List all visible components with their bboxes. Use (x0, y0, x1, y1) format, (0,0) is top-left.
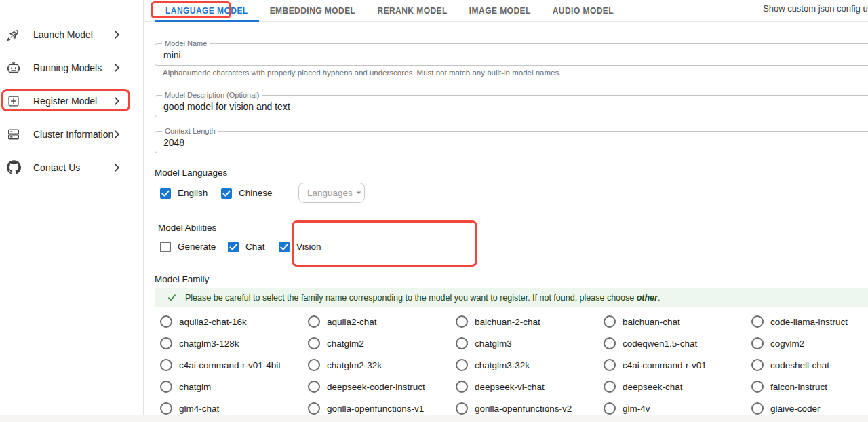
radio-button[interactable] (160, 359, 172, 371)
radio-option[interactable]: baichuan-2-chat (450, 311, 598, 332)
chevron-right-icon (110, 128, 123, 141)
sidebar-item-label: Launch Model (33, 29, 93, 40)
checkbox-checked[interactable] (228, 242, 239, 252)
radio-button[interactable] (751, 315, 764, 328)
checkbox-option[interactable]: Vision (279, 242, 321, 252)
radio-label: deepseek-chat (623, 382, 683, 392)
model-description-input[interactable]: Model Description (Optional) good model … (155, 95, 868, 117)
radio-option[interactable]: c4ai-command-r-v01-4bit (155, 354, 302, 376)
sidebar-item-register-model[interactable]: Register Model (0, 84, 143, 117)
radio-label: codeqwen1.5-chat (623, 339, 697, 349)
checkbox-option[interactable]: Chat (228, 242, 279, 252)
tab-image-model[interactable]: IMAGE MODEL (458, 0, 542, 21)
sidebar-item-cluster-information[interactable]: Cluster Information (0, 117, 143, 151)
show-json-config-label[interactable]: Show custom json config used b (763, 3, 868, 14)
radio-option[interactable]: aquila2-chat-16k (155, 311, 302, 332)
radio-option[interactable]: chatglm (155, 376, 302, 398)
radio-option[interactable]: cogvlm2 (746, 332, 868, 354)
tab-language-model[interactable]: LANGUAGE MODEL (155, 0, 259, 21)
radio-button[interactable] (456, 402, 468, 415)
radio-button[interactable] (456, 359, 468, 371)
sidebar-item-label: Cluster Information (33, 129, 113, 140)
radio-button[interactable] (308, 315, 320, 328)
radio-button[interactable] (604, 315, 616, 328)
radio-label: deepseek-vl-chat (475, 382, 545, 392)
check-icon (167, 292, 177, 303)
checkbox-label: Vision (296, 242, 321, 252)
sidebar-item-contact-us[interactable]: Contact Us (0, 151, 143, 184)
checkbox-unchecked[interactable] (160, 242, 171, 252)
tab-rerank-model[interactable]: RERANK MODEL (366, 0, 458, 21)
radio-button[interactable] (160, 402, 172, 415)
radio-option[interactable]: codeqwen1.5-chat (598, 332, 746, 354)
server-icon (6, 127, 21, 142)
radio-button[interactable] (160, 315, 172, 328)
radio-label: code-llama-instruct (770, 317, 848, 327)
radio-button[interactable] (456, 315, 468, 328)
checkbox-checked[interactable] (221, 188, 232, 199)
tab-embedding-model[interactable]: EMBEDDING MODEL (259, 0, 367, 21)
radio-option[interactable]: code-llama-instruct (746, 311, 868, 332)
radio-option[interactable]: chatglm3-32k (450, 354, 598, 376)
checkbox-option[interactable]: Chinese (221, 188, 281, 199)
sidebar-item-running-models[interactable]: Running Models (0, 51, 143, 84)
checkbox-option[interactable]: Generate (160, 242, 228, 252)
radio-option[interactable]: aquila2-chat (302, 311, 450, 332)
tab-bar: LANGUAGE MODEL EMBEDDING MODEL RERANK MO… (143, 0, 868, 22)
radio-button[interactable] (751, 402, 764, 415)
radio-button[interactable] (160, 337, 172, 349)
model-family-label: Model Family (155, 274, 209, 284)
context-length-value: 2048 (163, 137, 184, 148)
sidebar-item-label: Register Model (33, 96, 97, 107)
radio-button[interactable] (751, 381, 764, 393)
sidebar-item-launch-model[interactable]: Launch Model (0, 18, 143, 51)
languages-select[interactable]: Languages (298, 183, 365, 203)
radio-button[interactable] (604, 402, 616, 415)
radio-label: baichuan-chat (623, 317, 680, 327)
radio-button[interactable] (308, 337, 320, 349)
radio-button[interactable] (751, 359, 764, 371)
tab-audio-model[interactable]: AUDIO MODEL (542, 0, 625, 21)
model-languages-label: Model Languages (155, 168, 227, 178)
chevron-right-icon (110, 61, 123, 75)
checkbox-checked[interactable] (160, 188, 171, 199)
radio-label: cogvlm2 (770, 339, 804, 349)
checkbox-option[interactable]: English (160, 188, 221, 199)
model-family-notice-text: Please be careful to select the family n… (185, 293, 660, 303)
radio-label: glaive-coder (770, 404, 821, 414)
radio-button[interactable] (604, 337, 616, 349)
radio-option[interactable]: deepseek-coder-instruct (302, 376, 450, 398)
radio-label: deepseek-coder-instruct (327, 382, 425, 392)
radio-option[interactable]: deepseek-chat (598, 376, 746, 398)
radio-button[interactable] (308, 402, 320, 415)
radio-button[interactable] (160, 381, 172, 393)
radio-button[interactable] (751, 337, 764, 349)
radio-label: baichuan-2-chat (475, 317, 540, 327)
context-length-input[interactable]: Context Length 2048 (155, 131, 868, 153)
radio-option[interactable]: baichuan-chat (598, 311, 746, 332)
radio-button[interactable] (604, 381, 616, 393)
radio-option[interactable]: falcon-instruct (746, 376, 868, 398)
radio-button[interactable] (456, 337, 468, 349)
radio-label: gorilla-openfunctions-v1 (327, 404, 424, 414)
radio-option[interactable]: codeshell-chat (746, 354, 868, 376)
radio-option[interactable]: chatglm2-32k (302, 354, 450, 376)
checkbox-checked[interactable] (279, 242, 290, 252)
radio-button[interactable] (456, 381, 468, 393)
radio-button[interactable] (604, 359, 616, 371)
radio-option[interactable]: c4ai-command-r-v01 (598, 354, 746, 376)
sidebar-item-label: Running Models (33, 62, 102, 73)
add-box-icon (6, 94, 21, 109)
languages-select-placeholder: Languages (307, 188, 353, 198)
context-length-label: Context Length (162, 127, 218, 136)
radio-button[interactable] (308, 381, 320, 393)
radio-option[interactable]: deepseek-vl-chat (450, 376, 598, 398)
radio-button[interactable] (308, 359, 320, 371)
radio-option[interactable]: chatglm3 (450, 332, 598, 354)
main-content: LANGUAGE MODEL EMBEDDING MODEL RERANK MO… (143, 0, 868, 422)
radio-label: chatglm3-128k (179, 339, 239, 349)
radio-label: falcon-instruct (770, 382, 827, 392)
model-name-input[interactable]: Model Name mini (155, 43, 868, 66)
radio-option[interactable]: chatglm2 (302, 332, 450, 354)
radio-option[interactable]: chatglm3-128k (155, 332, 302, 354)
